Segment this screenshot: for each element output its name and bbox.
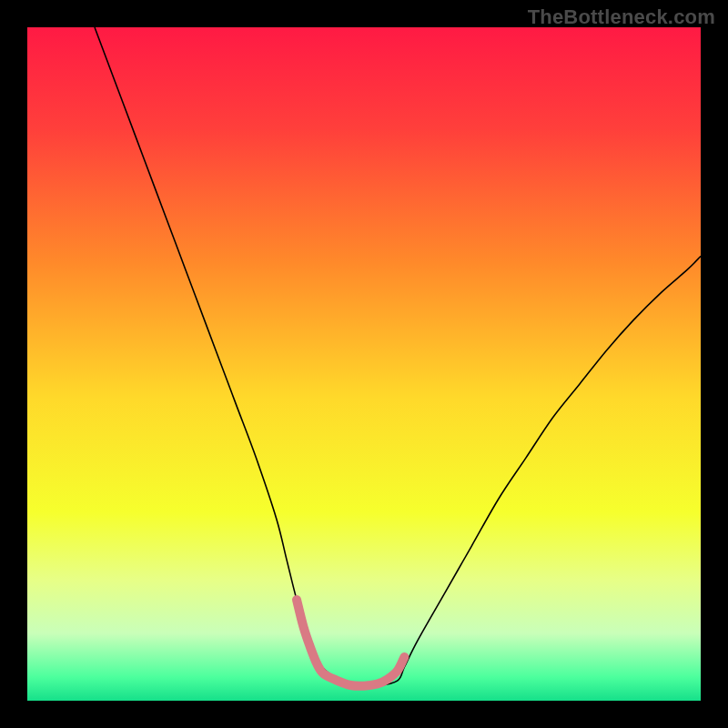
chart-frame: TheBottleneck.com xyxy=(0,0,728,728)
chart-svg xyxy=(27,27,701,701)
plot-area xyxy=(27,27,701,701)
watermark-text: TheBottleneck.com xyxy=(528,5,715,29)
background-gradient xyxy=(27,27,701,701)
